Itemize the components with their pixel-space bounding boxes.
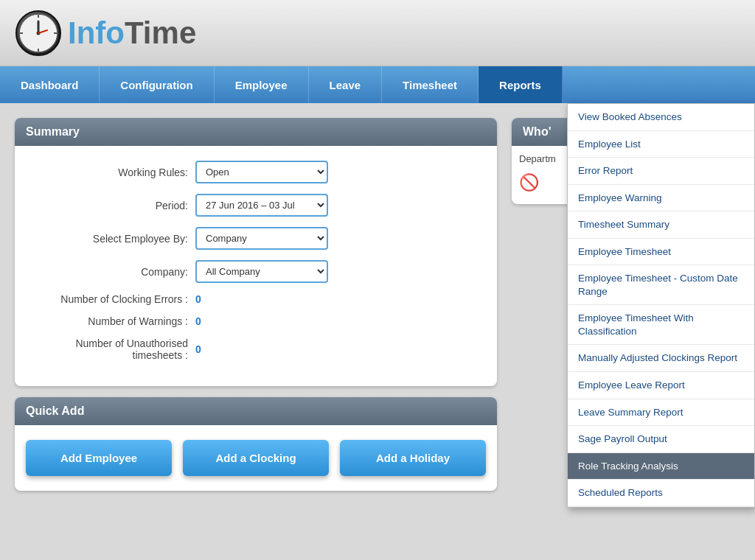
select-employee-label: Select Employee By:	[26, 233, 188, 245]
quick-add-card: Quick Add Add Employee Add a Clocking Ad…	[15, 397, 497, 491]
reports-menu-item-5[interactable]: Employee Timesheet	[568, 239, 754, 266]
period-label: Period:	[26, 200, 188, 211]
reports-menu-item-8[interactable]: Manually Adjusted Clockings Report	[568, 345, 754, 372]
reports-menu-item-11[interactable]: Sage Payroll Output	[568, 426, 754, 453]
main-nav: Dashboard Configuration Employee Leave T…	[0, 66, 755, 103]
summary-card-header: Summary	[15, 118, 497, 146]
reports-menu-item-12[interactable]: Role Tracking Analysis	[568, 453, 754, 480]
add-employee-button[interactable]: Add Employee	[26, 440, 172, 476]
company-select[interactable]: All Company	[195, 260, 328, 283]
nav-employee[interactable]: Employee	[215, 66, 309, 103]
reports-menu-item-6[interactable]: Employee Timesheet - Custom Date Range	[568, 265, 754, 305]
logo: InfoTime	[15, 10, 196, 57]
working-rules-row: Working Rules: Open	[26, 161, 486, 183]
reports-menu-item-7[interactable]: Employee Timesheet With Classification	[568, 305, 754, 345]
nav-dashboard[interactable]: Dashboard	[0, 66, 100, 103]
working-rules-label: Working Rules:	[26, 167, 188, 178]
app-title: InfoTime	[68, 15, 196, 51]
company-label: Company:	[26, 266, 188, 278]
reports-menu-item-4[interactable]: Timesheet Summary	[568, 211, 754, 239]
nav-timesheet[interactable]: Timesheet	[382, 66, 479, 103]
unauthorised-row: Number of Unauthorised timesheets : 0	[26, 337, 486, 361]
warnings-label: Number of Warnings :	[26, 315, 188, 327]
add-clocking-button[interactable]: Add a Clocking	[183, 440, 329, 476]
nav-reports[interactable]: Reports	[479, 66, 563, 103]
select-employee-row: Select Employee By: Company	[26, 227, 486, 250]
reports-menu-item-2[interactable]: Error Report	[568, 158, 754, 185]
left-panel: Summary Working Rules: Open Period: 27 J…	[15, 118, 497, 545]
clocking-errors-value: 0	[195, 293, 201, 305]
warnings-row: Number of Warnings : 0	[26, 315, 486, 327]
add-holiday-button[interactable]: Add a Holiday	[340, 440, 486, 476]
app-header: InfoTime	[0, 0, 755, 66]
logo-info-text: Info	[68, 15, 125, 50]
nav-configuration[interactable]: Configuration	[100, 66, 214, 103]
reports-menu-item-0[interactable]: View Booked Absences	[568, 104, 754, 131]
unauthorised-value: 0	[195, 343, 201, 355]
reports-menu-item-3[interactable]: Employee Warning	[568, 185, 754, 212]
working-rules-select[interactable]: Open	[195, 161, 328, 183]
unauthorised-label: Number of Unauthorised timesheets :	[26, 337, 188, 361]
period-row: Period: 27 Jun 2016 – 03 Jul	[26, 194, 486, 217]
select-employee-select[interactable]: Company	[195, 227, 328, 250]
warnings-value: 0	[195, 315, 201, 327]
quick-add-header: Quick Add	[15, 397, 497, 425]
clocking-errors-row: Number of Clocking Errors : 0	[26, 293, 486, 305]
period-select[interactable]: 27 Jun 2016 – 03 Jul	[195, 194, 328, 217]
nav-leave[interactable]: Leave	[309, 66, 383, 103]
company-row: Company: All Company	[26, 260, 486, 283]
summary-card: Summary Working Rules: Open Period: 27 J…	[15, 118, 497, 386]
reports-dropdown-menu: View Booked AbsencesEmployee ListError R…	[567, 103, 755, 508]
reports-menu-item-9[interactable]: Employee Leave Report	[568, 372, 754, 399]
logo-time-text: Time	[125, 15, 196, 50]
reports-menu-item-1[interactable]: Employee List	[568, 131, 754, 158]
main-content: Summary Working Rules: Open Period: 27 J…	[0, 103, 755, 560]
reports-menu-item-13[interactable]: Scheduled Reports	[568, 480, 754, 507]
summary-card-body: Working Rules: Open Period: 27 Jun 2016 …	[15, 146, 497, 386]
reports-menu-item-10[interactable]: Leave Summary Report	[568, 399, 754, 427]
clock-icon	[15, 10, 62, 57]
clocking-errors-label: Number of Clocking Errors :	[26, 293, 188, 305]
quick-add-buttons: Add Employee Add a Clocking Add a Holida…	[15, 425, 497, 491]
no-entry-icon: 🚫	[519, 173, 539, 192]
